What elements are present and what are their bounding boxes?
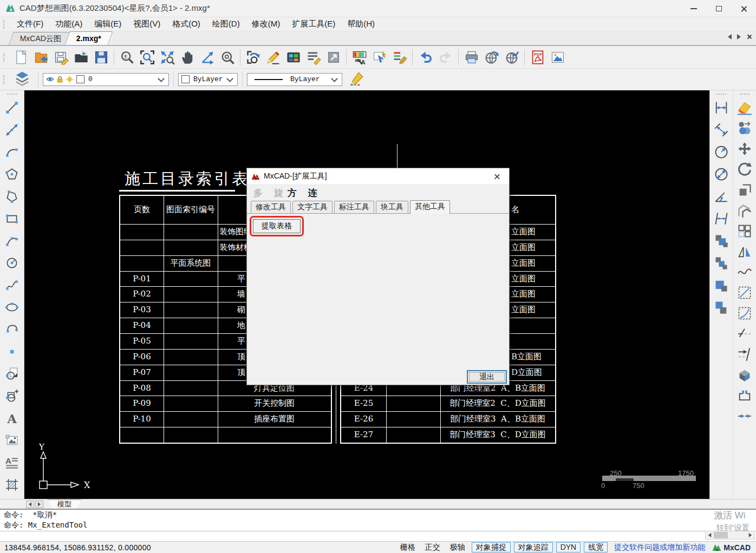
menu-item[interactable]: 功能(A) (49, 18, 88, 30)
rotate-icon[interactable] (737, 161, 753, 177)
dim-radius-icon[interactable] (713, 144, 729, 160)
move-icon[interactable] (737, 141, 753, 157)
arc-icon[interactable] (4, 144, 20, 160)
close-tab-icon[interactable] (746, 34, 752, 40)
zoom-window-icon[interactable] (137, 48, 157, 67)
explode-icon[interactable] (737, 367, 753, 383)
polygon-icon[interactable] (4, 166, 20, 182)
zoom-scale-icon[interactable]: ± (117, 48, 137, 67)
spline-icon[interactable] (4, 277, 20, 293)
toolbar-grip[interactable] (740, 94, 750, 97)
join-icon[interactable] (737, 408, 753, 424)
status-toggle-active[interactable]: 对象追踪 (514, 542, 553, 552)
sketch-icon[interactable] (263, 48, 283, 67)
match-properties-icon[interactable] (737, 120, 753, 136)
text-style-icon[interactable] (303, 48, 323, 67)
arc-3point-icon[interactable] (4, 233, 20, 249)
dialog-tab[interactable]: 标注工具 (334, 201, 374, 213)
dialog-close-button[interactable] (488, 168, 505, 185)
quick-select-icon[interactable] (369, 48, 389, 67)
break-icon[interactable] (737, 387, 753, 404)
erase-icon[interactable] (737, 100, 753, 116)
linetype-select[interactable]: ByLayer (247, 73, 342, 86)
minimize-button[interactable] (681, 0, 706, 17)
layer-manager-icon[interactable] (14, 70, 30, 89)
layer-select[interactable]: 0 (43, 73, 169, 86)
line-icon[interactable] (4, 100, 20, 116)
extract-table-button[interactable]: 提取表格 (253, 219, 301, 233)
web-sync-icon[interactable] (501, 48, 522, 67)
copy-icon[interactable] (713, 233, 729, 249)
rectangle-icon[interactable] (4, 210, 20, 227)
scroll-tabs-right-icon[interactable] (737, 34, 741, 40)
copy-multiple-icon[interactable] (713, 255, 729, 271)
stretch-icon[interactable] (737, 182, 753, 198)
status-toggle-active[interactable]: 线宽 (584, 542, 608, 552)
title-bar[interactable]: CAD梦想画图(6.3.20230504)<星辰?,会员1> - 2.mxg* (0, 0, 756, 17)
layout-page-icon[interactable] (323, 48, 343, 67)
scale-blocks-icon[interactable] (713, 277, 729, 293)
dialog-tab[interactable]: 文字工具 (292, 201, 333, 213)
menu-item[interactable]: 文件(F) (11, 18, 49, 30)
draw-order-pencil-icon[interactable] (350, 71, 364, 88)
dim-angular-icon[interactable] (713, 188, 729, 205)
insert-block-icon[interactable] (4, 366, 20, 382)
scroll-tabs-left-icon[interactable] (728, 34, 732, 40)
pan-icon[interactable] (177, 48, 197, 67)
scrollbar-thumb[interactable] (714, 532, 728, 538)
new-file-icon[interactable] (11, 48, 31, 67)
dialog-tab[interactable]: 其他工具 (410, 200, 450, 214)
layer-colors-icon[interactable]: A (349, 48, 369, 67)
text-icon[interactable]: A (4, 410, 20, 426)
web-publish-icon[interactable] (481, 48, 501, 67)
extend-icon[interactable] (737, 346, 753, 363)
point-icon[interactable] (4, 344, 20, 360)
scroll-right-icon[interactable] (749, 533, 752, 537)
dialog-tab[interactable]: 修改工具 (251, 201, 291, 213)
close-button[interactable] (731, 0, 756, 17)
toolbar-grip[interactable] (3, 75, 6, 84)
doc-tab[interactable]: 2.mxg* (65, 31, 113, 45)
circle-icon[interactable] (4, 255, 20, 271)
command-input[interactable] (0, 531, 756, 541)
zoom-extents-icon[interactable] (157, 48, 177, 67)
scale-rect-icon[interactable] (737, 285, 753, 301)
feedback-link[interactable]: 提交软件问题或增加新功能 (609, 543, 710, 552)
print-icon[interactable] (461, 48, 481, 67)
color-select[interactable]: ByLayer (178, 73, 238, 86)
toolbar-grip[interactable] (7, 94, 17, 97)
dim-distance-icon[interactable] (713, 210, 729, 227)
toolbar-grip[interactable] (716, 94, 726, 97)
create-block-icon[interactable] (4, 388, 20, 404)
toolbar-grip[interactable] (3, 53, 6, 62)
maximize-button[interactable] (706, 0, 731, 17)
menu-item[interactable]: 格式(O) (166, 18, 206, 30)
status-toggle[interactable]: 正交 (420, 543, 445, 552)
offset-icon[interactable] (737, 202, 753, 219)
mirror-icon[interactable] (737, 243, 753, 260)
status-toggle[interactable]: 栅格 (395, 543, 420, 552)
menu-item[interactable]: 扩展工具(E) (286, 18, 341, 30)
match-brush-icon[interactable] (389, 48, 409, 67)
move-blocks-icon[interactable] (713, 299, 729, 315)
doc-tab[interactable]: MxCAD云图 (9, 32, 73, 45)
array-icon[interactable] (737, 223, 753, 239)
ellipse-icon[interactable] (4, 299, 20, 315)
model-tab[interactable]: 模型 (48, 499, 81, 509)
revision-arc-icon[interactable] (4, 321, 20, 338)
menu-item[interactable]: 视图(V) (127, 18, 166, 30)
save-as-icon[interactable] (91, 48, 111, 67)
raster-image-icon[interactable] (4, 432, 20, 449)
scroll-left-icon[interactable] (708, 533, 712, 537)
dim-aligned-icon[interactable] (713, 122, 729, 138)
open-drawing-icon[interactable] (31, 48, 51, 67)
exit-button[interactable]: 退出 (467, 370, 507, 384)
insert-image-icon[interactable] (548, 48, 568, 67)
extend-rect-icon[interactable] (737, 305, 753, 321)
hatch-icon[interactable] (4, 477, 20, 493)
menu-item[interactable]: 修改(M) (246, 18, 286, 30)
dialog-tab[interactable]: 块工具 (376, 201, 408, 213)
spline-edit-icon[interactable] (737, 264, 753, 280)
view-previous-icon[interactable] (243, 48, 263, 67)
dim-diameter-icon[interactable] (713, 166, 729, 182)
